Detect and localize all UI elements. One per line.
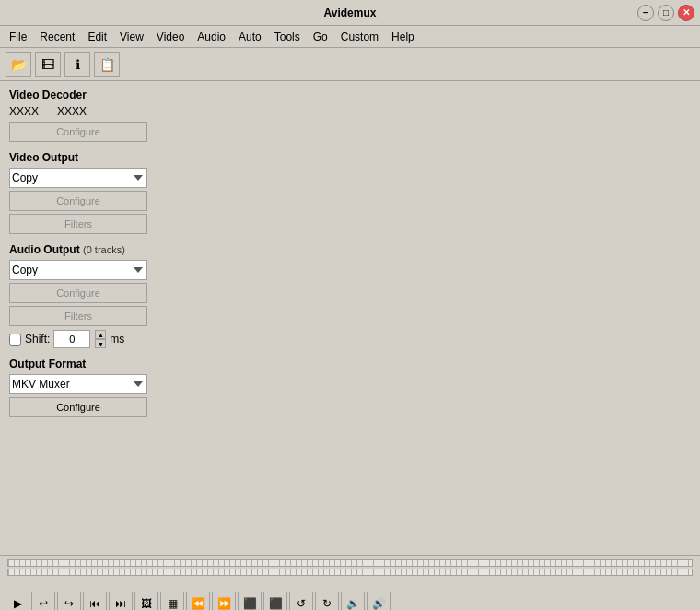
- video-output-codec-row: Copyx264x265MPEG4 ASP (Xvid)FFmpeg MPEG4: [9, 168, 175, 188]
- transport-button-next-frame[interactable]: ↪: [57, 592, 81, 610]
- shift-spinner: ▲ ▼: [95, 330, 106, 348]
- transport-button-frame-type[interactable]: 🖼: [134, 592, 158, 610]
- transport-button-prev-frame[interactable]: ↩: [31, 592, 55, 610]
- video-decoder-val2: XXXX: [57, 105, 87, 118]
- seek-track-lower[interactable]: [7, 569, 693, 576]
- audio-output-configure-button[interactable]: Configure: [9, 283, 147, 303]
- right-area: [184, 81, 700, 555]
- transport-button-next-key[interactable]: ⏭: [109, 592, 133, 610]
- shift-checkbox[interactable]: [9, 334, 21, 346]
- video-decoder-codecs: XXXX XXXX: [9, 105, 175, 118]
- menu-item-video[interactable]: Video: [151, 29, 190, 45]
- window-title: Avidemux: [324, 6, 377, 19]
- menu-item-audio[interactable]: Audio: [192, 29, 231, 45]
- window-controls: − □ ✕: [637, 5, 694, 21]
- close-button[interactable]: ✕: [678, 5, 694, 21]
- output-format-label: Output Format: [9, 358, 175, 370]
- main-content: Video Decoder XXXX XXXX Configure Video …: [0, 81, 700, 555]
- shift-up-button[interactable]: ▲: [95, 330, 106, 339]
- output-format-select[interactable]: MKV MuxerAVI MuxerMP4 MuxerMPEG PS Muxer: [9, 374, 147, 394]
- video-output-configure-button[interactable]: Configure: [9, 191, 147, 211]
- seek-track-dots-upper: [8, 560, 692, 566]
- toolbar-button-info2[interactable]: ℹ: [64, 52, 90, 77]
- bottom-area: ▶↩↪⏮⏭🖼▦⏪⏩⬛⬛↺↻🔉🔊 ↻ A: 000000 B: 000000: [0, 555, 700, 610]
- seek-area: [0, 556, 700, 589]
- shift-input[interactable]: 0: [53, 330, 90, 348]
- video-decoder-val1: XXXX: [9, 105, 39, 118]
- shift-label: Shift:: [25, 333, 50, 346]
- transport-button-audio1[interactable]: 🔉: [341, 592, 365, 610]
- seek-track-dots-lower: [8, 569, 692, 575]
- left-panel: Video Decoder XXXX XXXX Configure Video …: [0, 81, 184, 555]
- transport-button-ab-marker[interactable]: ▦: [160, 592, 184, 610]
- transport-button-mark-a[interactable]: ⬛: [238, 592, 262, 610]
- shift-unit: ms: [110, 333, 124, 346]
- toolbar-button-script[interactable]: 📋: [94, 52, 120, 77]
- toolbar-button-info1[interactable]: 🎞: [35, 52, 61, 77]
- menu-item-edit[interactable]: Edit: [82, 29, 112, 45]
- shift-down-button[interactable]: ▼: [95, 339, 106, 348]
- toolbar-button-open[interactable]: 📂: [6, 52, 31, 77]
- video-output-codec-select[interactable]: Copyx264x265MPEG4 ASP (Xvid)FFmpeg MPEG4: [9, 168, 147, 188]
- title-bar: Avidemux − □ ✕: [0, 0, 700, 26]
- audio-output-label: Audio Output: [9, 243, 80, 256]
- toolbar: 📂🎞ℹ📋: [0, 48, 700, 81]
- transport-button-audio2[interactable]: 🔊: [367, 592, 391, 610]
- video-decoder-label: Video Decoder: [9, 88, 175, 101]
- menu-item-recent[interactable]: Recent: [34, 29, 80, 45]
- menu-item-file[interactable]: File: [4, 29, 32, 45]
- transport-button-prev-key[interactable]: ⏮: [83, 592, 107, 610]
- video-output-filters-button[interactable]: Filters: [9, 214, 147, 234]
- transport-button-clear-b[interactable]: ↻: [315, 592, 339, 610]
- transport-button-next-seg[interactable]: ⏩: [212, 592, 236, 610]
- transport-button-clear-a[interactable]: ↺: [289, 592, 313, 610]
- output-format-row: MKV MuxerAVI MuxerMP4 MuxerMPEG PS Muxer: [9, 374, 175, 394]
- seek-track-upper[interactable]: [7, 559, 693, 567]
- audio-output-filters-button[interactable]: Filters: [9, 306, 147, 326]
- maximize-button[interactable]: □: [658, 5, 674, 21]
- video-decoder-configure-button[interactable]: Configure: [9, 122, 147, 142]
- transport-button-play[interactable]: ▶: [6, 592, 29, 610]
- transport-button-prev-seg[interactable]: ⏪: [186, 592, 210, 610]
- transport-button-mark-b[interactable]: ⬛: [263, 592, 287, 610]
- minimize-button[interactable]: −: [637, 5, 654, 21]
- menu-item-go[interactable]: Go: [308, 29, 333, 45]
- audio-tracks-label: (0 tracks): [83, 244, 125, 255]
- menu-item-view[interactable]: View: [114, 29, 149, 45]
- menu-item-help[interactable]: Help: [386, 29, 420, 45]
- audio-output-codec-select[interactable]: CopyAACMP3AC3Vorbis: [9, 260, 147, 280]
- transport-row: ▶↩↪⏮⏭🖼▦⏪⏩⬛⬛↺↻🔉🔊: [0, 589, 700, 610]
- menu-bar: FileRecentEditViewVideoAudioAutoToolsGoC…: [0, 26, 700, 48]
- menu-item-auto[interactable]: Auto: [233, 29, 267, 45]
- audio-output-section: Audio Output (0 tracks): [9, 243, 175, 256]
- video-output-label: Video Output: [9, 151, 175, 164]
- output-format-configure-button[interactable]: Configure: [9, 397, 147, 417]
- audio-output-codec-row: CopyAACMP3AC3Vorbis: [9, 260, 175, 280]
- shift-row: Shift: 0 ▲ ▼ ms: [9, 330, 175, 348]
- menu-item-custom[interactable]: Custom: [335, 29, 384, 45]
- menu-item-tools[interactable]: Tools: [269, 29, 306, 45]
